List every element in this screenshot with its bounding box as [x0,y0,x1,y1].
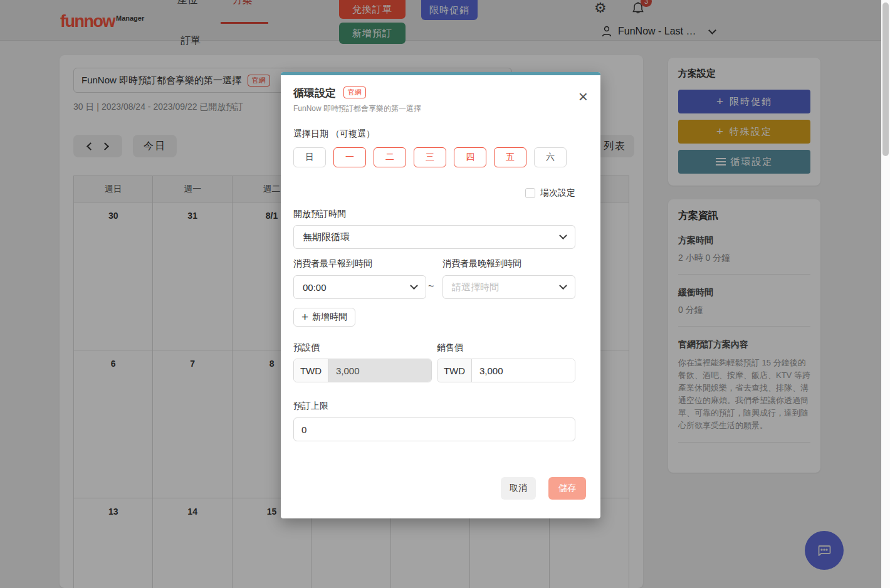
booking-limit-input[interactable] [293,417,575,441]
save-button[interactable]: 儲存 [548,477,586,500]
modal-subtitle: FunNow 即時預訂都會享樂的第一選擇 [293,103,421,114]
day-button-wed[interactable]: 三 [414,147,446,167]
latest-time-select[interactable]: 請選擇時間 [442,275,575,299]
close-icon[interactable]: × [578,88,588,105]
recurring-settings-modal: 循環設定 官網 × FunNow 即時預訂都會享樂的第一選擇 選擇日期 （可複選… [281,72,600,518]
weekday-picker: 日 一 二 三 四 五 六 [293,147,567,167]
default-price-field: TWD [293,359,432,382]
latest-time-placeholder: 請選擇時間 [452,281,499,293]
booking-limit-label: 預訂上限 [293,401,328,412]
open-time-value: 無期限循環 [303,231,350,243]
plus-icon: + [301,311,308,323]
currency-label: TWD [294,359,328,382]
page-scrollbar[interactable] [881,0,890,588]
open-time-select[interactable]: 無期限循環 [293,225,575,249]
scrollbar-thumb[interactable] [882,3,889,156]
day-button-sun[interactable]: 日 [293,147,326,167]
currency-label: TWD [437,359,472,382]
earliest-time-select[interactable]: 00:00 [293,275,426,299]
cancel-button[interactable]: 取消 [501,477,536,500]
sale-price-field: TWD [437,359,575,382]
official-site-badge: 官網 [343,87,366,98]
sale-price-label: 銷售價 [437,342,463,354]
day-button-sat[interactable]: 六 [534,147,567,167]
day-button-tue[interactable]: 二 [374,147,406,167]
default-price-input [328,359,431,382]
day-button-thu[interactable]: 四 [454,147,486,167]
session-setting-row: 場次設定 [525,187,575,199]
modal-accent-bar [281,72,600,75]
chevron-down-icon [410,281,418,290]
default-price-label: 預設價 [293,342,320,354]
day-button-mon[interactable]: 一 [333,147,366,167]
date-section-label: 選擇日期 （可複選） [293,129,375,140]
session-checkbox[interactable] [525,188,535,198]
add-time-label: 新增時間 [312,312,347,323]
add-time-button[interactable]: + 新增時間 [293,308,355,327]
sale-price-input[interactable] [472,359,575,382]
session-checkbox-label: 場次設定 [540,187,575,199]
modal-title: 循環設定 [293,86,336,100]
chevron-down-icon [559,281,567,290]
open-time-label: 開放預訂時間 [293,209,346,220]
earliest-time-value: 00:00 [303,282,327,293]
earliest-time-label: 消費者最早報到時間 [293,258,372,270]
tilde-separator: ~ [428,281,434,292]
chevron-down-icon [559,231,567,239]
latest-time-label: 消費者最晚報到時間 [442,258,521,270]
day-button-fri[interactable]: 五 [494,147,526,167]
